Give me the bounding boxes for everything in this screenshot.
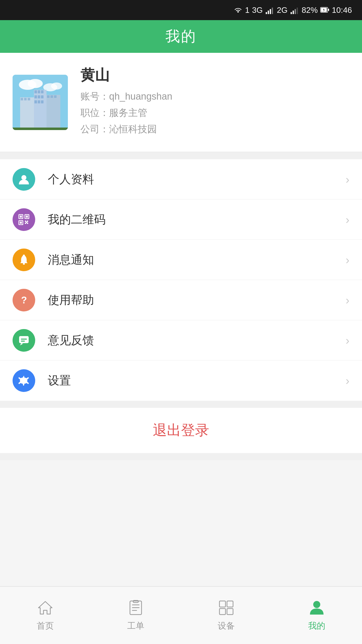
svg-rect-37 bbox=[20, 216, 22, 218]
svg-rect-47 bbox=[23, 263, 25, 265]
profile-section[interactable]: 黄山 账号：qh_huangshan 职位：服务主管 公司：沁恒科技园 bbox=[0, 53, 362, 152]
menu-label-help: 使用帮助 bbox=[48, 292, 346, 308]
svg-rect-3 bbox=[272, 8, 273, 14]
svg-rect-55 bbox=[132, 605, 140, 605]
svg-rect-23 bbox=[34, 100, 37, 103]
menu-label-feedback: 意见反馈 bbox=[48, 333, 346, 348]
menu-label-personal-info: 个人资料 bbox=[48, 172, 346, 187]
device-icon bbox=[217, 599, 235, 617]
nav-item-mine[interactable]: 我的 bbox=[272, 587, 362, 644]
nav-label-home: 首页 bbox=[37, 620, 54, 632]
svg-point-15 bbox=[51, 83, 62, 90]
arrow-icon-qrcode: › bbox=[346, 213, 349, 226]
menu-item-qrcode[interactable]: 我的二维码 › bbox=[0, 199, 362, 240]
profile-account: 账号：qh_huangshan bbox=[80, 90, 349, 103]
nav-item-workorder[interactable]: 工单 bbox=[90, 587, 181, 644]
menu-item-personal-info[interactable]: 个人资料 › bbox=[0, 159, 362, 199]
arrow-icon-settings: › bbox=[346, 374, 349, 387]
svg-rect-20 bbox=[34, 95, 37, 98]
svg-rect-27 bbox=[21, 98, 23, 100]
svg-point-63 bbox=[313, 601, 320, 608]
svg-rect-17 bbox=[34, 90, 37, 93]
svg-rect-24 bbox=[38, 100, 40, 103]
personal-info-icon-circle bbox=[13, 168, 35, 191]
notifications-icon-circle bbox=[13, 249, 35, 271]
svg-rect-41 bbox=[20, 222, 22, 224]
svg-rect-18 bbox=[38, 90, 40, 93]
svg-rect-19 bbox=[41, 90, 43, 93]
profile-company: 公司：沁恒科技园 bbox=[80, 123, 349, 136]
page-title: 我的 bbox=[165, 27, 197, 46]
nav-label-device: 设备 bbox=[218, 620, 235, 632]
svg-rect-26 bbox=[20, 97, 34, 130]
menu-label-settings: 设置 bbox=[48, 373, 346, 388]
svg-rect-28 bbox=[24, 98, 27, 100]
svg-rect-39 bbox=[26, 216, 28, 218]
svg-rect-32 bbox=[51, 95, 53, 98]
svg-rect-34 bbox=[13, 128, 68, 130]
svg-rect-1 bbox=[268, 11, 269, 14]
svg-rect-51 bbox=[21, 339, 27, 340]
svg-rect-7 bbox=[297, 8, 298, 14]
menu-item-settings[interactable]: 设置 › bbox=[0, 360, 362, 401]
arrow-icon-personal-info: › bbox=[346, 173, 349, 186]
arrow-icon-notifications: › bbox=[346, 253, 349, 267]
menu-label-notifications: 消息通知 bbox=[48, 252, 346, 268]
arrow-icon-feedback: › bbox=[346, 334, 349, 347]
qr-icon bbox=[18, 213, 30, 226]
sim1-badge: 1 bbox=[245, 6, 250, 15]
svg-rect-4 bbox=[291, 12, 292, 14]
nav-item-device[interactable]: 设备 bbox=[181, 587, 272, 644]
signal-3g-icon bbox=[265, 6, 274, 15]
bell-icon bbox=[18, 254, 30, 266]
profile-name: 黄山 bbox=[80, 65, 349, 85]
page-header: 我的 bbox=[0, 20, 362, 53]
avatar[interactable] bbox=[13, 75, 68, 130]
nav-label-workorder: 工单 bbox=[127, 620, 144, 632]
feedback-icon-circle bbox=[13, 329, 35, 352]
svg-rect-29 bbox=[28, 98, 30, 100]
status-bar: 1 3G 2G 82% 10:46 bbox=[0, 0, 362, 20]
nav-label-mine: 我的 bbox=[308, 620, 325, 632]
menu-item-notifications[interactable]: 消息通知 › bbox=[0, 240, 362, 280]
question-icon: ? bbox=[18, 294, 30, 306]
svg-rect-59 bbox=[219, 601, 225, 607]
workorder-icon bbox=[127, 599, 145, 617]
svg-point-35 bbox=[21, 175, 26, 180]
svg-rect-31 bbox=[47, 95, 50, 98]
svg-rect-56 bbox=[132, 607, 140, 608]
section-divider-1 bbox=[0, 152, 362, 159]
battery-text: 82% bbox=[302, 6, 318, 15]
arrow-icon-help: › bbox=[346, 293, 349, 307]
qrcode-icon-circle bbox=[13, 208, 35, 231]
wifi-icon bbox=[234, 6, 243, 15]
section-divider-3 bbox=[0, 453, 362, 460]
bottom-navigation: 首页 工单 设备 我的 bbox=[0, 586, 362, 644]
section-divider-2 bbox=[0, 401, 362, 408]
svg-rect-22 bbox=[41, 95, 43, 98]
svg-point-13 bbox=[28, 79, 43, 88]
svg-rect-2 bbox=[270, 9, 271, 14]
menu-item-feedback[interactable]: 意见反馈 › bbox=[0, 320, 362, 360]
time-display: 10:46 bbox=[332, 6, 352, 15]
svg-rect-62 bbox=[227, 609, 233, 615]
nav-item-home[interactable]: 首页 bbox=[0, 587, 90, 644]
svg-rect-6 bbox=[295, 9, 296, 14]
svg-rect-5 bbox=[293, 11, 294, 14]
svg-rect-0 bbox=[266, 12, 267, 14]
menu-list: 个人资料 › 我的二维码 bbox=[0, 159, 362, 401]
logout-button[interactable]: 退出登录 bbox=[153, 421, 209, 440]
help-icon-circle: ? bbox=[13, 289, 35, 311]
avatar-image bbox=[13, 75, 68, 130]
svg-rect-61 bbox=[219, 609, 225, 615]
signal-icons: 1 3G 2G 82% 10:46 bbox=[234, 6, 352, 15]
svg-rect-58 bbox=[133, 600, 138, 602]
logout-section[interactable]: 退出登录 bbox=[0, 408, 362, 453]
menu-item-help[interactable]: ? 使用帮助 › bbox=[0, 280, 362, 320]
gear-icon bbox=[18, 374, 30, 387]
network-type-2g: 2G bbox=[277, 6, 288, 15]
svg-rect-30 bbox=[47, 95, 60, 130]
profile-position: 职位：服务主管 bbox=[80, 106, 349, 119]
content-area: 黄山 账号：qh_huangshan 职位：服务主管 公司：沁恒科技园 个人资料… bbox=[0, 53, 362, 586]
svg-rect-46 bbox=[26, 222, 27, 223]
